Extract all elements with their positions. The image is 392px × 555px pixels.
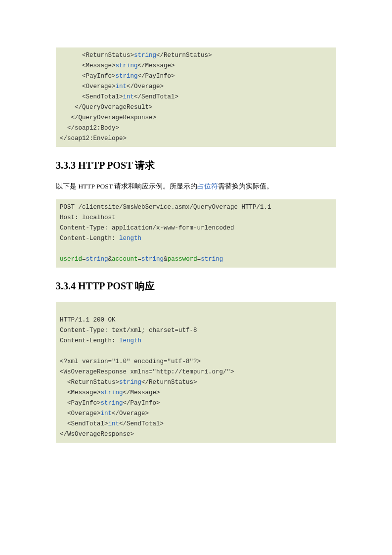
desc-333-pre: 以下是 HTTP POST 请求和响应示例。所显示的 xyxy=(56,183,197,190)
page: <ReturnStatus>string</ReturnStatus> <Mes… xyxy=(0,0,392,484)
http-post-request-code: POST /clientsite/SmsWebService.asmx/Quer… xyxy=(56,199,336,268)
desc-333: 以下是 HTTP POST 请求和响应示例。所显示的占位符需替换为实际值。 xyxy=(56,181,336,192)
heading-333: 3.3.3 HTTP POST 请求 xyxy=(56,159,336,172)
soap-response-code: <ReturnStatus>string</ReturnStatus> <Mes… xyxy=(56,47,336,147)
placeholder-link[interactable]: 占位符 xyxy=(197,183,218,190)
heading-334: 3.3.4 HTTP POST 响应 xyxy=(56,279,336,293)
http-post-response-code: HTTP/1.1 200 OK Content-Type: text/xml; … xyxy=(56,302,336,443)
desc-333-post: 需替换为实际值。 xyxy=(218,183,273,190)
